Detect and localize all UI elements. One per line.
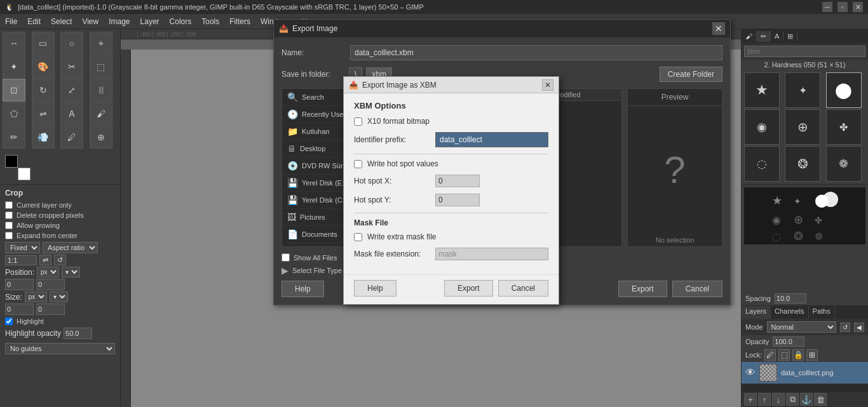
pattern-icon-tab[interactable]: ⊞: [783, 31, 797, 42]
menu-tools[interactable]: Tools: [196, 16, 224, 27]
highlight-checkbox[interactable]: [5, 317, 13, 325]
current-layer-only-checkbox[interactable]: [5, 201, 13, 209]
minimize-button[interactable]: ─: [822, 2, 832, 12]
aspect-ratio-select[interactable]: Aspect ratio: [43, 242, 98, 253]
identifier-prefix-input[interactable]: [435, 132, 548, 147]
menu-colors[interactable]: Colors: [165, 16, 197, 27]
tool-move[interactable]: ↔: [3, 32, 25, 55]
tool-clone[interactable]: ⊕: [90, 126, 112, 149]
export-cancel-button[interactable]: Cancel: [672, 281, 722, 297]
channels-tab[interactable]: Channels: [771, 306, 808, 319]
new-layer-button[interactable]: +: [744, 393, 757, 406]
create-folder-button[interactable]: Create Folder: [660, 67, 722, 82]
xbm-cancel-button[interactable]: Cancel: [498, 280, 548, 297]
x10-format-checkbox[interactable]: [354, 117, 362, 126]
tool-text[interactable]: A: [60, 102, 83, 125]
opacity-input[interactable]: [773, 337, 804, 347]
mask-file-ext-input[interactable]: [435, 248, 548, 260]
size-unit-select2[interactable]: ▾: [50, 291, 68, 302]
anchor-layer-button[interactable]: ⚓: [800, 393, 813, 406]
brush-item-5[interactable]: ⊕: [785, 109, 820, 145]
brush-item-4[interactable]: ◉: [744, 109, 780, 145]
tool-flip[interactable]: ⇌: [32, 102, 55, 125]
text-icon-tab[interactable]: A: [771, 31, 783, 41]
lower-layer-button[interactable]: ↓: [772, 393, 785, 406]
size-h-input[interactable]: [36, 304, 65, 315]
hot-spot-y-input[interactable]: [435, 194, 480, 206]
foreground-color[interactable]: [5, 155, 18, 168]
tool-free-select[interactable]: ⌖: [90, 32, 112, 55]
brushes-icon-tab[interactable]: 🖌: [742, 31, 757, 41]
brush-item-8[interactable]: ❂: [785, 146, 820, 182]
brush-filter-input[interactable]: [744, 46, 865, 57]
lock-all-button[interactable]: ⊞: [806, 349, 818, 361]
brush-item-9[interactable]: ❁: [826, 146, 862, 182]
write-hot-spot-checkbox[interactable]: [354, 160, 362, 168]
tool-rect-select[interactable]: ▭: [32, 32, 55, 55]
tool-foreground[interactable]: ⬚: [90, 55, 112, 78]
export-export-button[interactable]: Export: [618, 281, 667, 297]
expand-icon[interactable]: ▶: [281, 265, 288, 276]
size-unit-select[interactable]: px: [25, 291, 47, 302]
expand-from-center-checkbox[interactable]: [5, 232, 13, 239]
layer-item-0[interactable]: 👁 data_colllect.png: [742, 362, 868, 384]
pos-x-input[interactable]: [5, 279, 34, 290]
spacing-input[interactable]: [775, 293, 806, 304]
tool-crop[interactable]: ⊡: [3, 79, 25, 102]
xbm-close-button[interactable]: ✕: [542, 79, 553, 91]
xbm-help-button[interactable]: Help: [354, 280, 397, 297]
hot-spot-x-input[interactable]: [435, 175, 480, 187]
tool-shear[interactable]: ⧛: [90, 79, 112, 102]
tool-paint[interactable]: 🖌: [90, 102, 112, 125]
highlight-opacity-input[interactable]: [64, 328, 92, 339]
menu-view[interactable]: View: [77, 16, 104, 27]
brush-item-1[interactable]: ★: [744, 72, 780, 108]
position-unit-select2[interactable]: ▾: [62, 267, 80, 277]
modified-column-header[interactable]: Modified: [554, 91, 618, 98]
show-all-files-checkbox[interactable]: [281, 253, 290, 262]
layer-visibility-icon[interactable]: 👁: [745, 367, 756, 378]
xbm-export-button[interactable]: Export: [444, 280, 493, 297]
delete-layer-button[interactable]: 🗑: [814, 393, 827, 406]
tool-rotate[interactable]: ↻: [32, 79, 55, 102]
layer-prev-button[interactable]: ◀: [854, 323, 864, 332]
menu-image[interactable]: Image: [104, 16, 135, 27]
pencil-icon-tab[interactable]: ✏: [757, 31, 771, 42]
tool-ellipse[interactable]: ○: [60, 32, 83, 55]
write-extra-mask-checkbox[interactable]: [354, 233, 362, 241]
raise-layer-button[interactable]: ↑: [758, 393, 771, 406]
tool-scale[interactable]: ⤢: [60, 79, 83, 102]
ratio-input[interactable]: [5, 255, 37, 265]
menu-select[interactable]: Select: [46, 16, 77, 27]
tool-pencil[interactable]: ✏: [3, 126, 25, 149]
tool-color-select[interactable]: 🎨: [32, 55, 55, 78]
background-color[interactable]: [18, 168, 31, 180]
brush-item-2[interactable]: ✦: [785, 72, 820, 108]
fixed-select[interactable]: Fixed: [5, 242, 40, 253]
close-button[interactable]: ✕: [853, 2, 863, 12]
tool-perspective[interactable]: ⬠: [3, 102, 25, 125]
size-w-input[interactable]: [5, 304, 34, 315]
brush-item-7[interactable]: ◌: [744, 146, 780, 182]
delete-cropped-checkbox[interactable]: [5, 211, 13, 219]
menu-layer[interactable]: Layer: [135, 16, 165, 27]
layer-reset-button[interactable]: ↺: [840, 323, 850, 332]
allow-growing-checkbox[interactable]: [5, 222, 13, 229]
brush-item-3[interactable]: ⬤: [826, 72, 862, 108]
layer-mode-select[interactable]: Normal: [767, 321, 836, 333]
lock-pixels-button[interactable]: 🖊: [764, 349, 776, 361]
lock-position-button[interactable]: 🔒: [792, 349, 804, 361]
lock-alpha-button[interactable]: ⬚: [778, 349, 790, 361]
brush-item-6[interactable]: ✤: [826, 109, 862, 145]
export-dialog-close-button[interactable]: ✕: [712, 22, 725, 35]
menu-file[interactable]: File: [0, 16, 22, 27]
duplicate-layer-button[interactable]: ⧉: [786, 393, 799, 406]
menu-filters[interactable]: Filters: [224, 16, 255, 27]
tool-airbrush[interactable]: 💨: [32, 126, 55, 149]
layers-tab[interactable]: Layers: [742, 306, 771, 319]
maximize-button[interactable]: ▫: [837, 2, 848, 12]
pos-y-input[interactable]: [36, 279, 65, 290]
paths-tab[interactable]: Paths: [809, 306, 835, 319]
position-unit-select[interactable]: px: [37, 267, 59, 277]
ratio-swap-button[interactable]: ⇌: [39, 255, 51, 265]
